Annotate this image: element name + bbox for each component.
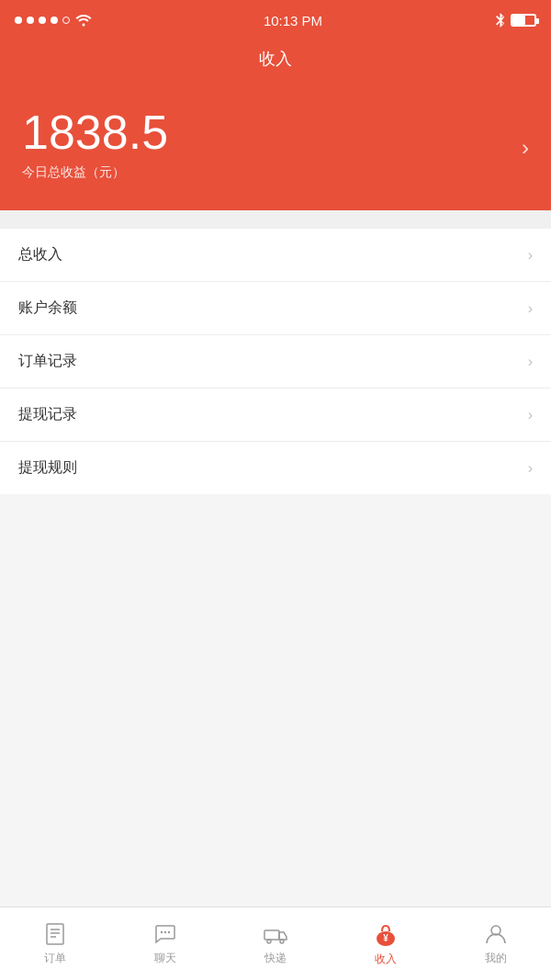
daily-earnings-label: 今日总收益（元） <box>22 164 529 181</box>
bottom-nav: 订单 聊天 快递 ¥ 收入 <box>0 907 551 980</box>
menu-label-account-balance: 账户余额 <box>18 299 77 318</box>
menu-label-withdrawal-rules: 提现规则 <box>18 458 77 478</box>
chat-icon <box>152 921 178 947</box>
signal-dot-4 <box>51 17 58 24</box>
nav-label-delivery: 快递 <box>264 951 287 966</box>
menu-item-withdrawal-records[interactable]: 提现记录 › <box>0 389 551 442</box>
svg-point-4 <box>161 931 163 933</box>
status-left <box>15 14 92 27</box>
status-time: 10:13 PM <box>264 13 322 28</box>
chevron-right-icon-withdrawal-rules: › <box>528 460 533 477</box>
nav-item-income[interactable]: ¥ 收入 <box>331 907 441 980</box>
profile-icon <box>483 921 509 947</box>
menu-label-total-income: 总收入 <box>18 245 62 265</box>
nav-label-orders: 订单 <box>44 951 66 966</box>
menu-item-order-records[interactable]: 订单记录 › <box>0 335 551 389</box>
daily-earnings-amount: 1838.5 <box>22 107 529 159</box>
svg-rect-0 <box>47 924 63 944</box>
hero-section[interactable]: 1838.5 今日总收益（元） › <box>0 84 551 210</box>
menu-list: 总收入 › 账户余额 › 订单记录 › 提现记录 › 提现规则 › <box>0 229 551 494</box>
orders-icon <box>42 921 68 947</box>
nav-label-chat: 聊天 <box>154 951 176 966</box>
nav-item-chat[interactable]: 聊天 <box>110 907 220 980</box>
menu-item-total-income[interactable]: 总收入 › <box>0 229 551 282</box>
battery-icon <box>511 14 536 27</box>
wifi-icon <box>75 14 92 27</box>
svg-point-6 <box>168 931 170 933</box>
battery-fill <box>512 16 525 25</box>
nav-label-profile: 我的 <box>485 951 507 966</box>
chevron-right-icon-withdrawal-records: › <box>528 407 533 423</box>
header: 收入 <box>0 40 551 84</box>
menu-item-withdrawal-rules[interactable]: 提现规则 › <box>0 442 551 494</box>
menu-label-withdrawal-records: 提现记录 <box>18 405 77 424</box>
signal-dots <box>15 17 70 24</box>
signal-dot-3 <box>39 17 46 24</box>
nav-item-orders[interactable]: 订单 <box>0 907 110 980</box>
chevron-right-icon-account-balance: › <box>528 300 533 317</box>
signal-dot-1 <box>15 17 22 24</box>
nav-item-profile[interactable]: 我的 <box>441 907 551 980</box>
nav-label-income: 收入 <box>375 952 397 967</box>
page-title: 收入 <box>0 48 551 84</box>
svg-point-8 <box>267 940 271 943</box>
svg-point-5 <box>164 931 166 933</box>
menu-label-order-records: 订单记录 <box>18 352 77 371</box>
bluetooth-icon <box>494 12 505 28</box>
delivery-icon <box>263 921 288 947</box>
menu-item-account-balance[interactable]: 账户余额 › <box>0 282 551 335</box>
hero-chevron-right: › <box>522 135 529 161</box>
svg-point-9 <box>280 940 284 943</box>
income-icon: ¥ <box>372 920 399 948</box>
nav-item-delivery[interactable]: 快递 <box>220 907 331 980</box>
status-right <box>494 12 536 28</box>
signal-dot-5 <box>62 17 70 24</box>
signal-dot-2 <box>27 17 34 24</box>
section-divider <box>0 210 551 229</box>
svg-text:¥: ¥ <box>383 933 388 943</box>
chevron-right-icon-order-records: › <box>528 354 533 370</box>
status-bar: 10:13 PM <box>0 0 551 40</box>
chevron-right-icon-total-income: › <box>528 247 533 264</box>
svg-rect-7 <box>264 930 279 940</box>
